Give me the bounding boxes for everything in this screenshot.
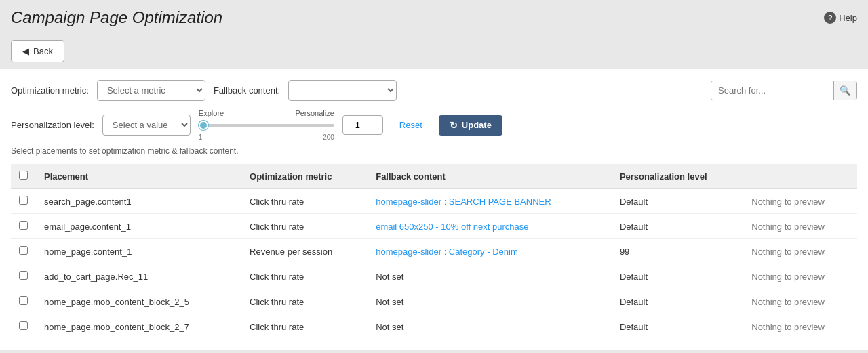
placement-cell: home_page.mob_content_block_2_5	[36, 289, 241, 314]
select-all-checkbox[interactable]	[19, 171, 28, 180]
metric-cell: Click thru rate	[241, 189, 368, 214]
fallback-cell[interactable]: email 650x250 - 10% off next purchase	[368, 214, 612, 239]
search-input[interactable]	[711, 81, 833, 100]
row-checkbox-cell	[11, 239, 36, 264]
update-button[interactable]: ↻ Update	[439, 115, 502, 136]
metric-cell: Click thru rate	[241, 214, 368, 239]
back-arrow-icon: ◀	[22, 46, 29, 56]
personalization-level-cell: 99	[612, 239, 743, 264]
fallback-cell: Not set	[368, 289, 612, 314]
col-fallback-content: Fallback content	[368, 164, 612, 189]
col-checkbox	[11, 164, 36, 189]
table-body: search_page.content1Click thru ratehomep…	[11, 189, 857, 339]
personalization-level-cell: Default	[612, 189, 743, 214]
number-input[interactable]	[342, 115, 383, 135]
help-icon: ?	[824, 12, 836, 24]
fallback-cell: Not set	[368, 314, 612, 339]
row-checkbox[interactable]	[19, 321, 28, 330]
search-button[interactable]: 🔍	[833, 81, 856, 100]
controls-row-1: Optimization metric: Select a metric Fal…	[11, 80, 857, 101]
optimization-metric-select[interactable]: Select a metric	[97, 80, 205, 101]
preview-cell: Nothing to preview	[743, 264, 857, 289]
optimization-metric-label: Optimization metric:	[11, 85, 89, 96]
table-row: home_page.mob_content_block_2_7Click thr…	[11, 314, 857, 339]
preview-cell: Nothing to preview	[743, 189, 857, 214]
table-row: add_to_cart_page.Rec_11Click thru rateNo…	[11, 264, 857, 289]
personalization-level-label: Personalization level:	[11, 120, 94, 130]
slider-labels: Explore Personalize	[199, 109, 334, 117]
help-link[interactable]: ? Help	[824, 12, 857, 24]
preview-cell: Nothing to preview	[743, 289, 857, 314]
row-checkbox-cell	[11, 314, 36, 339]
personalization-level-cell: Default	[612, 264, 743, 289]
page-header: Campaign Page Optimization ? Help	[0, 0, 868, 33]
placement-cell: search_page.content1	[36, 189, 241, 214]
table-header: Placement Optimization metric Fallback c…	[11, 164, 857, 189]
page-title: Campaign Page Optimization	[11, 8, 222, 27]
personalization-level-cell: Default	[612, 314, 743, 339]
personalization-level-cell: Default	[612, 214, 743, 239]
back-bar: ◀ Back	[0, 33, 868, 69]
preview-cell: Nothing to preview	[743, 214, 857, 239]
row-checkbox-cell	[11, 189, 36, 214]
preview-cell: Nothing to preview	[743, 239, 857, 264]
slider-numbers: 1 200	[199, 133, 334, 141]
placement-cell: email_page.content_1	[36, 214, 241, 239]
controls-row-2: Personalization level: Select a value Ex…	[11, 109, 857, 141]
hint-text: Select placements to set optimization me…	[11, 146, 857, 156]
fallback-cell[interactable]: homepage-slider : Category - Denim	[368, 239, 612, 264]
col-optimization-metric: Optimization metric	[241, 164, 368, 189]
search-wrapper: 🔍	[711, 81, 857, 100]
table-row: email_page.content_1Click thru rateemail…	[11, 214, 857, 239]
table-row: search_page.content1Click thru ratehomep…	[11, 189, 857, 214]
personalization-level-cell: Default	[612, 289, 743, 314]
slider-min: 1	[199, 133, 203, 141]
row-checkbox-cell	[11, 289, 36, 314]
content-area: Optimization metric: Select a metric Fal…	[0, 69, 868, 350]
col-preview	[743, 164, 857, 189]
col-placement: Placement	[36, 164, 241, 189]
placements-table: Placement Optimization metric Fallback c…	[11, 164, 857, 339]
metric-cell: Click thru rate	[241, 289, 368, 314]
placement-cell: home_page.content_1	[36, 239, 241, 264]
row-checkbox-cell	[11, 264, 36, 289]
fallback-content-label: Fallback content:	[214, 85, 280, 96]
slider-container	[199, 119, 334, 132]
search-icon: 🔍	[840, 85, 851, 96]
back-button[interactable]: ◀ Back	[11, 40, 64, 62]
placement-cell: add_to_cart_page.Rec_11	[36, 264, 241, 289]
help-label: Help	[839, 13, 857, 23]
col-personalization-level: Personalization level	[612, 164, 743, 189]
personalization-level-select[interactable]: Select a value	[102, 115, 191, 136]
refresh-icon: ↻	[450, 120, 458, 131]
slider-section: Explore Personalize 1 200	[199, 109, 334, 141]
slider-max: 200	[323, 133, 334, 141]
reset-label: Reset	[399, 120, 422, 130]
metric-cell: Click thru rate	[241, 264, 368, 289]
table-row: home_page.content_1Revenue per sessionho…	[11, 239, 857, 264]
row-checkbox[interactable]	[19, 271, 28, 280]
metric-cell: Revenue per session	[241, 239, 368, 264]
preview-cell: Nothing to preview	[743, 314, 857, 339]
placement-cell: home_page.mob_content_block_2_7	[36, 314, 241, 339]
row-checkbox[interactable]	[19, 196, 28, 205]
personalize-label: Personalize	[295, 109, 334, 117]
update-label: Update	[462, 120, 492, 130]
fallback-cell: Not set	[368, 264, 612, 289]
explore-label: Explore	[199, 109, 224, 117]
reset-button[interactable]: Reset	[391, 116, 431, 134]
metric-cell: Click thru rate	[241, 314, 368, 339]
back-label: Back	[33, 46, 53, 56]
fallback-content-select[interactable]	[288, 80, 397, 101]
table-row: home_page.mob_content_block_2_5Click thr…	[11, 289, 857, 314]
row-checkbox-cell	[11, 214, 36, 239]
row-checkbox[interactable]	[19, 246, 28, 255]
row-checkbox[interactable]	[19, 296, 28, 305]
row-checkbox[interactable]	[19, 221, 28, 230]
fallback-cell[interactable]: homepage-slider : SEARCH PAGE BANNER	[368, 189, 612, 214]
